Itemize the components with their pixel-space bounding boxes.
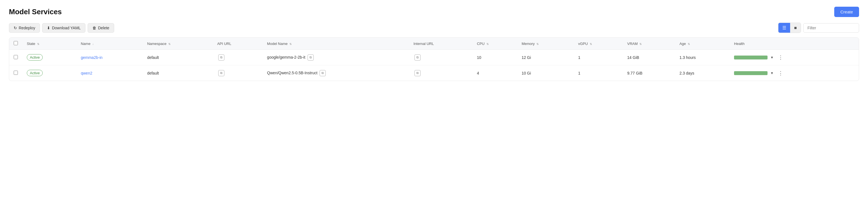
table-container: State ⇅ Name ↓ Namespace ⇅ API URL Model… <box>9 37 859 81</box>
row-age-1: 2.3 days <box>675 65 730 81</box>
age-sort-icon: ⇅ <box>688 42 690 46</box>
th-namespace[interactable]: Namespace ⇅ <box>143 38 213 50</box>
redeploy-button[interactable]: ↻ Redeploy <box>9 23 40 33</box>
row-checkbox-cell <box>9 50 22 65</box>
row-checkbox-cell <box>9 65 22 81</box>
more-options-0[interactable]: ⋮ <box>776 54 785 61</box>
toolbar: ↻ Redeploy ⬇ Download YAML 🗑 Delete ☰ ■ <box>9 23 859 33</box>
row-cpu-0: 10 <box>472 50 517 65</box>
row-state-0: Active <box>22 50 76 65</box>
health-bar-0 <box>734 56 768 59</box>
table-row: Active gemma2b-in default ⧉ google/gemma… <box>9 50 859 65</box>
th-health: Health <box>730 38 859 50</box>
health-bar-container-1: ▼ ⋮ <box>734 70 854 76</box>
row-namespace-0: default <box>143 50 213 65</box>
vgpu-sort-icon: ⇅ <box>590 42 592 46</box>
redeploy-icon: ↻ <box>14 26 17 30</box>
row-cpu-1: 4 <box>472 65 517 81</box>
select-all-checkbox[interactable] <box>14 41 18 45</box>
table-header: State ⇅ Name ↓ Namespace ⇅ API URL Model… <box>9 38 859 50</box>
redeploy-label: Redeploy <box>19 26 35 30</box>
row-vgpu-1: 1 <box>574 65 623 81</box>
list-view-button[interactable]: ☰ <box>778 23 790 33</box>
th-model-name[interactable]: Model Name ⇅ <box>262 38 409 50</box>
row-vgpu-0: 1 <box>574 50 623 65</box>
row-checkbox-1[interactable] <box>14 70 18 75</box>
api-url-copy-icon-0[interactable]: ⧉ <box>218 54 224 61</box>
model-name-copy-icon-1[interactable]: ⧉ <box>319 70 326 76</box>
vram-sort-icon: ⇅ <box>640 42 642 46</box>
row-name-1: qwen2 <box>76 65 143 81</box>
model-services-table: State ⇅ Name ↓ Namespace ⇅ API URL Model… <box>9 38 859 81</box>
cpu-sort-icon: ⇅ <box>487 42 489 46</box>
row-memory-1: 10 Gi <box>517 65 574 81</box>
page-header: Model Services Create <box>9 7 859 17</box>
th-memory[interactable]: Memory ⇅ <box>517 38 574 50</box>
th-name[interactable]: Name ↓ <box>76 38 143 50</box>
name-sort-icon: ↓ <box>92 42 94 46</box>
health-bar-container-0: ▼ ⋮ <box>734 54 854 61</box>
download-yaml-button[interactable]: ⬇ Download YAML <box>42 23 85 33</box>
row-namespace-1: default <box>143 65 213 81</box>
row-age-0: 1.3 hours <box>675 50 730 65</box>
state-sort-icon: ⇅ <box>37 42 39 46</box>
status-badge-1: Active <box>27 70 43 76</box>
name-link-1[interactable]: qwen2 <box>81 71 92 75</box>
toolbar-left: ↻ Redeploy ⬇ Download YAML 🗑 Delete <box>9 23 114 33</box>
download-yaml-label: Download YAML <box>52 26 81 30</box>
row-state-1: Active <box>22 65 76 81</box>
row-model-name-1: Qwen/Qwen2.5-0.5B-Instruct ⧉ <box>262 65 409 81</box>
row-api-url-0: ⧉ <box>213 50 262 65</box>
th-state: State ⇅ <box>22 38 76 50</box>
internal-url-copy-icon-1[interactable]: ⧉ <box>414 70 421 76</box>
delete-label: Delete <box>98 26 109 30</box>
th-vram[interactable]: VRAM ⇅ <box>623 38 675 50</box>
delete-button[interactable]: 🗑 Delete <box>88 23 114 33</box>
filter-input[interactable] <box>803 23 859 33</box>
name-link-0[interactable]: gemma2b-in <box>81 55 102 60</box>
page-title: Model Services <box>9 7 62 16</box>
th-age[interactable]: Age ⇅ <box>675 38 730 50</box>
table-body: Active gemma2b-in default ⧉ google/gemma… <box>9 50 859 81</box>
grid-view-button[interactable]: ■ <box>790 23 801 33</box>
row-vram-0: 14 GiB <box>623 50 675 65</box>
th-cpu[interactable]: CPU ⇅ <box>472 38 517 50</box>
table-row: Active qwen2 default ⧉ Qwen/Qwen2.5-0.5B… <box>9 65 859 81</box>
internal-url-copy-icon-0[interactable]: ⧉ <box>414 54 421 61</box>
view-toggle: ☰ ■ <box>778 23 801 33</box>
row-model-name-0: google/gemma-2-2b-it ⧉ <box>262 50 409 65</box>
row-checkbox-0[interactable] <box>14 55 18 59</box>
create-button[interactable]: Create <box>834 7 859 17</box>
row-name-0: gemma2b-in <box>76 50 143 65</box>
model-name-copy-icon-0[interactable]: ⧉ <box>308 54 314 61</box>
memory-sort-icon: ⇅ <box>536 42 539 46</box>
api-url-copy-icon-1[interactable]: ⧉ <box>218 70 224 76</box>
toolbar-right: ☰ ■ <box>778 23 859 33</box>
row-health-1: ▼ ⋮ <box>730 65 859 81</box>
health-chevron-0[interactable]: ▼ <box>769 55 775 60</box>
more-options-1[interactable]: ⋮ <box>776 70 785 76</box>
row-health-0: ▼ ⋮ <box>730 50 859 65</box>
th-vgpu[interactable]: vGPU ⇅ <box>574 38 623 50</box>
health-chevron-1[interactable]: ▼ <box>769 70 775 76</box>
row-internal-url-0: ⧉ <box>409 50 472 65</box>
row-vram-1: 9.77 GiB <box>623 65 675 81</box>
status-badge-0: Active <box>27 54 43 61</box>
health-bar-1 <box>734 71 768 75</box>
th-api-url: API URL <box>213 38 262 50</box>
namespace-sort-icon: ⇅ <box>168 42 170 46</box>
trash-icon: 🗑 <box>92 26 96 30</box>
select-all-header <box>9 38 22 50</box>
model-name-sort-icon: ⇅ <box>289 42 292 46</box>
row-api-url-1: ⧉ <box>213 65 262 81</box>
row-internal-url-1: ⧉ <box>409 65 472 81</box>
th-internal-url: Internal URL <box>409 38 472 50</box>
row-memory-0: 12 Gi <box>517 50 574 65</box>
download-icon: ⬇ <box>47 26 50 30</box>
